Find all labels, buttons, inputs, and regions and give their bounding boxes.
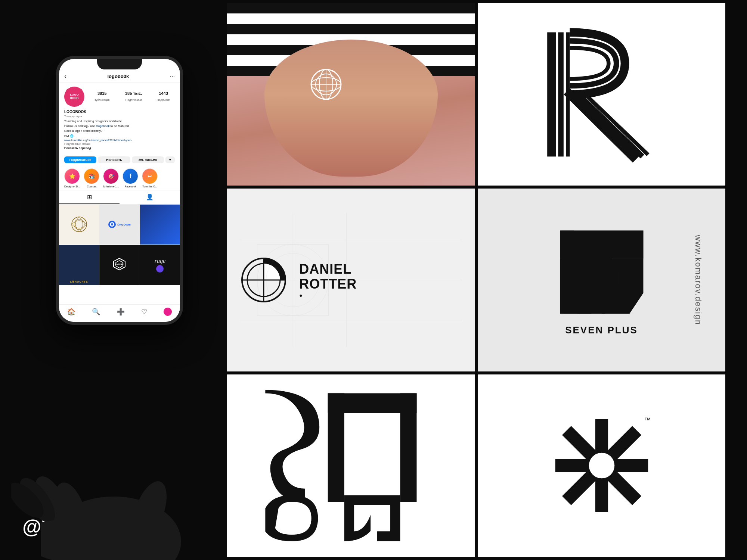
seven-plus-label: SEVEN PLUS bbox=[565, 324, 638, 336]
grid-tab-tagged[interactable]: 👤 bbox=[120, 190, 180, 204]
tm-mark: ™ bbox=[644, 416, 651, 424]
grid-tabs: ⊞ 👤 bbox=[59, 190, 180, 205]
action-buttons: Подписаться Написать Эл. письмо ▼ bbox=[59, 156, 180, 163]
grid-tab-posts[interactable]: ⊞ bbox=[59, 190, 120, 204]
logo-cell-seven: SEVEN PLUS bbox=[478, 189, 725, 371]
avatar-logo: LOGOBOOK bbox=[66, 88, 83, 105]
right-section: DANIEL ROTTER ● SEVEN PLUS bbox=[224, 0, 728, 560]
highlight-milestone[interactable]: 🎯 Milestone 1... bbox=[103, 168, 119, 188]
stat-publications-label: Публикации bbox=[94, 98, 111, 102]
dropdown-button[interactable]: ▼ bbox=[165, 156, 175, 163]
watermark-right: www.komarov.design bbox=[693, 235, 703, 325]
grid-post-3[interactable] bbox=[140, 205, 180, 245]
abstract-letters-svg bbox=[239, 383, 462, 548]
stat-following: 1443 Подписки bbox=[157, 91, 170, 102]
profile-section: LOGOBOOK 3815 Публикации 385 тыс. Подпис… bbox=[59, 83, 180, 156]
message-button[interactable]: Написать bbox=[98, 156, 130, 163]
highlight-courses[interactable]: 📚 Courses bbox=[84, 168, 99, 188]
highlight-turn[interactable]: ↩ Turn this O... bbox=[142, 168, 158, 188]
grid-post-1[interactable] bbox=[59, 205, 99, 245]
phone-notch bbox=[97, 59, 142, 69]
more-button[interactable]: ··· bbox=[170, 73, 175, 80]
stat-following-number: 1443 bbox=[157, 91, 170, 96]
highlight-facebook-circle: f bbox=[123, 168, 138, 184]
highlight-courses-circle: 📚 bbox=[84, 168, 99, 184]
bio-link[interactable]: www.domestika.org/en/course_packs/237-3x… bbox=[64, 139, 175, 141]
logo-cell-abstract bbox=[227, 374, 475, 557]
stat-followers-number: 385 тыс. bbox=[125, 91, 142, 96]
bio-line2: Follow us and tag / use #logobook to be … bbox=[64, 124, 175, 128]
ornamental-icon bbox=[68, 211, 90, 237]
bio-line4: DM 🌐 bbox=[64, 134, 175, 138]
highlight-facebook[interactable]: f Facebook bbox=[123, 168, 138, 188]
highlight-milestone-circle: 🎯 bbox=[103, 168, 119, 184]
translate-label[interactable]: Показать перевод bbox=[64, 146, 175, 150]
bio-line1: Teaching and inspiring designers worldwi… bbox=[64, 119, 175, 123]
logo-cell-woman bbox=[227, 3, 475, 186]
grid-post-2[interactable]: DropDown bbox=[99, 205, 139, 245]
svg-rect-16 bbox=[558, 32, 564, 156]
svg-rect-38 bbox=[328, 393, 417, 413]
following-label: Подписаны: instaui bbox=[64, 142, 175, 146]
stat-publications-number: 3815 bbox=[94, 91, 111, 96]
svg-point-45 bbox=[589, 453, 614, 479]
logo-cell-r bbox=[478, 3, 725, 186]
r-lettermark-svg bbox=[496, 17, 707, 172]
highlight-design-circle: ⭐ bbox=[64, 168, 80, 184]
highlights-row: ⭐ Design of D... 📚 Courses 🎯 bbox=[59, 166, 180, 190]
logo-cell-daniel: DANIEL ROTTER ● bbox=[227, 189, 475, 371]
stat-followers: 385 тыс. Подписчики bbox=[125, 91, 142, 102]
circle-logo-overlay bbox=[307, 66, 345, 103]
highlight-design[interactable]: ⭐ Design of D... bbox=[64, 168, 80, 188]
k-asterisk-svg bbox=[546, 410, 658, 522]
bio-line3: Need a logo / brand identity? bbox=[64, 129, 175, 133]
avatar: LOGOBOOK bbox=[64, 87, 84, 107]
profile-top: LOGOBOOK 3815 Публикации 385 тыс. Подпис… bbox=[64, 87, 175, 107]
profile-username: logobo0k bbox=[107, 74, 129, 79]
logo-cell-k: ™ bbox=[478, 374, 725, 557]
highlight-courses-label: Courses bbox=[84, 185, 99, 188]
construction-grid bbox=[239, 198, 462, 362]
highlight-turn-label: Turn this O... bbox=[142, 185, 158, 188]
email-button[interactable]: Эл. письмо bbox=[132, 156, 164, 163]
stat-publications: 3815 Публикации bbox=[94, 91, 111, 102]
highlight-facebook-label: Facebook bbox=[123, 185, 138, 188]
stat-followers-label: Подписчики bbox=[125, 98, 142, 102]
highlight-turn-circle: ↩ bbox=[142, 168, 158, 184]
stat-following-label: Подписки bbox=[157, 98, 170, 102]
profile-name: LOGOBOOK bbox=[64, 110, 175, 114]
svg-rect-15 bbox=[547, 32, 556, 156]
profile-stats: 3815 Публикации 385 тыс. Подписчики 1443… bbox=[89, 91, 175, 102]
hand-overlay bbox=[11, 261, 217, 560]
left-section: @logobo0k ‹ logobo0k ··· LOGOBOOK bbox=[0, 0, 224, 560]
hand-svg bbox=[11, 261, 217, 560]
seven-plus-svg bbox=[549, 224, 654, 321]
profile-category: Товар/услуга bbox=[64, 115, 175, 118]
follow-button[interactable]: Подписаться bbox=[64, 156, 96, 163]
highlight-design-label: Design of D... bbox=[64, 185, 80, 188]
back-button[interactable]: ‹ bbox=[64, 72, 66, 80]
highlight-milestone-label: Milestone 1... bbox=[103, 185, 119, 188]
